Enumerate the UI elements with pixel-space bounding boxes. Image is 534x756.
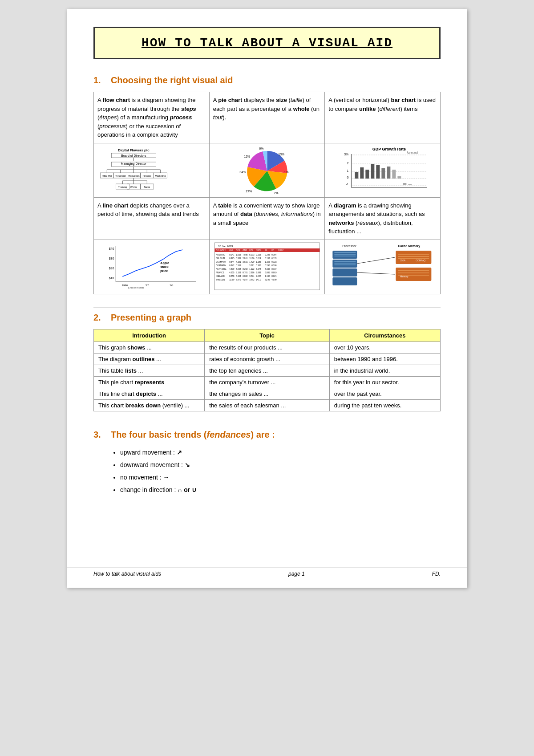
- section3-title: The four basic trends (fendances) are :: [111, 430, 275, 439]
- topic-cell: the top ten agencies ...: [205, 365, 329, 376]
- svg-text:FB: FB: [271, 249, 274, 252]
- linechart-svg: $40 $30 $20 $10 1996 '97 '98 Apple stock: [96, 242, 207, 291]
- trend-item-upward: upward movement : ↗: [120, 446, 441, 459]
- svg-text:8.153: 8.153: [236, 272, 241, 274]
- flowchart-image-cell: Digital Flowers plc Board of Directors M…: [94, 143, 210, 197]
- svg-text:8.021: 8.021: [271, 275, 277, 277]
- svg-text:Board of Directors: Board of Directors: [121, 154, 146, 157]
- svg-text:13%: 13%: [278, 153, 284, 156]
- svg-text:IRELAND: IRELAND: [216, 275, 225, 277]
- svg-text:1.122: 1.122: [249, 268, 255, 270]
- diagram-image-cell: Cache Memory Processor: [325, 240, 441, 294]
- svg-text:1.635: 1.635: [236, 254, 241, 256]
- svg-rect-56: [366, 170, 369, 179]
- intro-cell: This graph shows ...: [94, 341, 205, 353]
- trend-item-downward: downward movement : ↘: [120, 459, 441, 471]
- svg-text:stock: stock: [160, 265, 168, 268]
- svg-rect-61: [392, 170, 396, 179]
- section1: 1. Choosing the right visual aid A flow …: [93, 75, 441, 294]
- title-box: HOW TO TALK ABOUT A VISUAL AID: [93, 27, 441, 59]
- section1-number: 1.: [93, 75, 108, 85]
- flowchart-text-cell: A flow chart is a diagram showing the pr…: [94, 92, 210, 143]
- visual-aids-table: A flow chart is a diagram showing the pr…: [93, 92, 441, 294]
- svg-rect-159: [333, 277, 357, 285]
- section1-heading: 1. Choosing the right visual aid: [93, 75, 441, 85]
- svg-text:8.781: 8.781: [243, 272, 248, 274]
- table-row: This pie chart represents the company's …: [94, 376, 441, 388]
- table-row: This line chart depicts ... the changes …: [94, 388, 441, 399]
- svg-rect-54: [355, 172, 359, 179]
- svg-text:GNI: GNI: [229, 249, 233, 252]
- barchart-image-cell: GDP Growth Rate 3% 2 1 0 -1: [325, 143, 441, 197]
- graph-presentation-table: Introduction Topic Circumstances This gr…: [93, 329, 441, 411]
- svg-text:0.364: 0.364: [271, 254, 277, 256]
- svg-text:41.97: 41.97: [243, 279, 248, 281]
- trend-label: downward movement :: [120, 461, 185, 468]
- topic-cell: the results of our products ...: [205, 341, 329, 353]
- circum-cell: between 1990 and 1996.: [329, 353, 440, 365]
- svg-text:NETH.ORL.: NETH.ORL.: [216, 268, 227, 270]
- footer-center: page 1: [288, 571, 305, 577]
- svg-text:Sales: Sales: [144, 186, 150, 188]
- section2-heading: 2. Presenting a graph: [93, 313, 441, 323]
- svg-text:6.885: 6.885: [265, 272, 270, 274]
- svg-text:46.90: 46.90: [271, 279, 277, 281]
- svg-text:0.133: 0.133: [271, 257, 277, 260]
- piechart-term: pie chart: [218, 97, 242, 103]
- diagram-term: diagram: [334, 202, 356, 209]
- svg-text:'97: '97: [145, 284, 149, 287]
- diagram-svg: Cache Memory Processor: [327, 242, 438, 291]
- svg-text:0.375: 0.375: [229, 257, 235, 260]
- svg-text:52.96: 52.96: [265, 279, 270, 281]
- trend-arrow: ∩ or ∪: [178, 486, 196, 493]
- svg-text:8.292: 8.292: [243, 268, 248, 270]
- table-data-svg: 30 Jan 2003 COUNTRY GNI GDP GNP HDI NFDI…: [211, 242, 323, 291]
- svg-text:3%: 3%: [344, 153, 349, 156]
- section2-number: 2.: [93, 313, 108, 322]
- page: HOW TO TALK ABOUT A VISUAL AID 1. Choosi…: [67, 9, 467, 588]
- circum-cell: during the past ten weeks.: [329, 399, 440, 411]
- svg-text:0.298: 0.298: [265, 264, 270, 267]
- svg-text:1: 1: [347, 169, 349, 172]
- svg-text:2.883: 2.883: [256, 272, 261, 274]
- table-image: 30 Jan 2003 COUNTRY GNI GDP GNP HDI NFDI…: [211, 242, 323, 291]
- svg-text:2.285: 2.285: [265, 254, 270, 256]
- svg-text:0.338: 0.338: [256, 264, 261, 267]
- svg-text:BELGIUM: BELGIUM: [216, 257, 225, 260]
- circum-cell: in the industrial world.: [329, 365, 440, 376]
- svg-text:SWEDEN: SWEDEN: [216, 279, 225, 281]
- svg-text:'98: '98: [170, 284, 173, 287]
- svg-text:6.882: 6.882: [243, 275, 248, 277]
- svg-rect-60: [387, 167, 391, 179]
- svg-text:34%: 34%: [239, 171, 246, 174]
- svg-text:20.61: 20.61: [243, 257, 248, 260]
- svg-text:Managing Director: Managing Director: [121, 162, 147, 166]
- svg-text:NFDI: NFDI: [256, 249, 261, 252]
- svg-text:1%: 1%: [284, 171, 288, 174]
- svg-text:3.891: 3.891: [249, 264, 255, 267]
- svg-text:$40: $40: [109, 247, 114, 250]
- linechart-term: line chart: [103, 202, 129, 209]
- svg-rect-167: [396, 268, 432, 281]
- diagram-text-cell: A diagram is a drawing showing arrangeme…: [325, 197, 441, 240]
- svg-text:1996: 1996: [122, 284, 128, 287]
- svg-text:Marketing: Marketing: [155, 175, 166, 177]
- svg-text:4.539: 4.539: [229, 268, 235, 270]
- trend-label: no movement :: [120, 474, 163, 481]
- svg-text:27%: 27%: [246, 190, 252, 193]
- svg-text:GNP: GNP: [243, 249, 247, 252]
- table-image-cell: 30 Jan 2003 COUNTRY GNI GDP GNP HDI NFDI…: [209, 240, 325, 294]
- svg-text:2: 2: [347, 162, 349, 165]
- footer-right: FD.: [432, 571, 441, 577]
- trend-label: change in direction :: [120, 486, 178, 493]
- circum-cell: for this year in our sector.: [329, 376, 440, 388]
- intro-cell: This chart breaks down (ventile) ...: [94, 399, 205, 411]
- svg-text:Cache Memory: Cache Memory: [398, 244, 421, 248]
- section1-title: Choosing the right visual aid: [111, 75, 233, 85]
- svg-text:Works: Works: [130, 186, 138, 188]
- svg-line-177: [357, 257, 395, 264]
- svg-rect-63: [403, 183, 407, 185]
- svg-text:6%: 6%: [259, 147, 263, 150]
- section3-number: 3.: [93, 430, 108, 439]
- svg-rect-64: [409, 184, 412, 185]
